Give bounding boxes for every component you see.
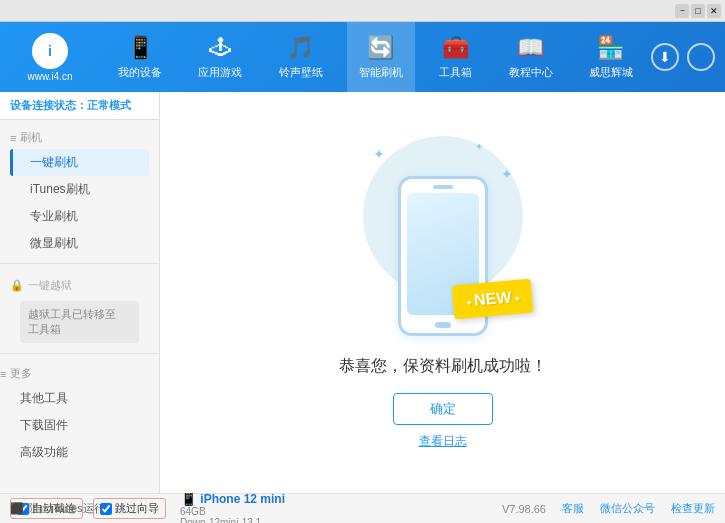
bottom-right: V7.98.66 客服 微信公众号 检查更新 xyxy=(502,501,715,516)
success-text: 恭喜您，保资料刷机成功啦！ xyxy=(339,356,547,377)
sidebar-item-wipe-flash[interactable]: 微显刷机 xyxy=(10,230,149,257)
section-title-jailbreak: 🔒 一键越狱 xyxy=(10,274,149,297)
nav-item-toolbox[interactable]: 🧰 工具箱 xyxy=(427,22,484,92)
game-icon: 🕹 xyxy=(209,35,231,61)
flash-icon: 🔄 xyxy=(367,35,394,61)
section-title-more: ≡ 更多 xyxy=(0,362,159,385)
sidebar: 设备连接状态：正常模式 ≡ 刷机 一键刷机 iTunes刷机 专业刷机 微显刷机 xyxy=(0,92,160,493)
pro-flash-label: 专业刷机 xyxy=(30,209,78,223)
nav-label-tutorial: 教程中心 xyxy=(509,65,553,80)
sparkle-3: ✦ xyxy=(475,141,483,152)
goto-log-link[interactable]: 查看日志 xyxy=(419,433,467,450)
main-layout: 设备连接状态：正常模式 ≡ 刷机 一键刷机 iTunes刷机 专业刷机 微显刷机 xyxy=(0,92,725,493)
new-badge: NEW xyxy=(452,278,534,319)
phone-icon: 📱 xyxy=(127,35,154,61)
check-update-link[interactable]: 检查更新 xyxy=(671,501,715,516)
jailbreak-notice-text: 越狱工具已转移至 工具箱 xyxy=(28,308,116,335)
nav-label-mall: 威思辉城 xyxy=(589,65,633,80)
device-status-bar: 设备连接状态：正常模式 xyxy=(0,92,159,120)
nav-right: ⬇ 👤 xyxy=(651,43,725,71)
maximize-button[interactable]: □ xyxy=(691,4,705,18)
sidebar-item-advanced[interactable]: 高级功能 xyxy=(0,439,159,466)
confirm-button[interactable]: 确定 xyxy=(393,393,493,425)
sidebar-section-flash: ≡ 刷机 一键刷机 iTunes刷机 专业刷机 微显刷机 xyxy=(0,120,159,259)
more-icon: ≡ xyxy=(0,368,6,380)
logo-text: www.i4.cn xyxy=(27,71,72,82)
divider-1 xyxy=(0,263,159,264)
section-label-jailbreak: 一键越狱 xyxy=(28,278,72,293)
close-button[interactable]: ✕ xyxy=(707,4,721,18)
logo-area[interactable]: i www.i4.cn xyxy=(0,22,100,92)
section-label-flash: 刷机 xyxy=(20,130,42,145)
phone-home xyxy=(435,322,451,328)
skip-guide-label: 跳过向导 xyxy=(115,501,159,516)
title-bar: － □ ✕ xyxy=(0,0,725,22)
sidebar-section-jailbreak: 🔒 一键越狱 越狱工具已转移至 工具箱 xyxy=(0,268,159,349)
nav-item-ringtone[interactable]: 🎵 铃声壁纸 xyxy=(267,22,335,92)
nav-label-app-game: 应用游戏 xyxy=(198,65,242,80)
content-area: ✦ ✦ ✦ NEW 恭喜您，保资料刷机成功啦！ 确定 查看日志 xyxy=(160,92,725,493)
phone-speaker xyxy=(433,185,453,189)
nav-label-toolbox: 工具箱 xyxy=(439,65,472,80)
store-icon: 🏪 xyxy=(597,35,624,61)
stop-icon: ⬛ xyxy=(10,502,24,515)
sidebar-item-other-tools[interactable]: 其他工具 xyxy=(0,385,159,412)
nav-item-mall[interactable]: 🏪 威思辉城 xyxy=(577,22,645,92)
music-icon: 🎵 xyxy=(287,35,314,61)
download-firm-label: 下载固件 xyxy=(20,418,68,432)
divider-2 xyxy=(0,353,159,354)
one-key-flash-label: 一键刷机 xyxy=(30,155,78,169)
other-tools-label: 其他工具 xyxy=(20,391,68,405)
section-title-flash: ≡ 刷机 xyxy=(10,126,149,149)
status-label: 设备连接状态： xyxy=(10,99,87,111)
status-value: 正常模式 xyxy=(87,99,131,111)
lock-icon: 🔒 xyxy=(10,279,24,292)
phone-illustration: ✦ ✦ ✦ NEW xyxy=(353,136,533,336)
nav-label-smart-flash: 智能刷机 xyxy=(359,65,403,80)
device-name: iPhone 12 mini xyxy=(200,492,285,506)
minimize-button[interactable]: － xyxy=(675,4,689,18)
device-storage: 64GB xyxy=(180,506,285,517)
nav-label-ringtone: 铃声壁纸 xyxy=(279,65,323,80)
wipe-flash-label: 微显刷机 xyxy=(30,236,78,250)
nav-label-my-device: 我的设备 xyxy=(118,65,162,80)
header: i www.i4.cn 📱 我的设备 🕹 应用游戏 🎵 铃声壁纸 🔄 智能刷机 … xyxy=(0,22,725,92)
book-icon: 📖 xyxy=(517,35,544,61)
section-icon-flash: ≡ xyxy=(10,132,16,144)
sidebar-item-one-key-flash[interactable]: 一键刷机 xyxy=(10,149,149,176)
user-button[interactable]: 👤 xyxy=(687,43,715,71)
nav-items: 📱 我的设备 🕹 应用游戏 🎵 铃声壁纸 🔄 智能刷机 🧰 工具箱 📖 教程中心… xyxy=(100,22,651,92)
itunes-flash-label: iTunes刷机 xyxy=(30,182,90,196)
sparkle-1: ✦ xyxy=(373,146,385,162)
customer-service-link[interactable]: 客服 xyxy=(562,501,584,516)
section-label-more: 更多 xyxy=(10,366,32,381)
itunes-status: ⬛ 阻止iTunes运行 xyxy=(10,501,105,516)
logo-icon: i xyxy=(32,33,68,69)
nav-item-app-game[interactable]: 🕹 应用游戏 xyxy=(186,22,254,92)
device-model: Down-12mini-13.1 xyxy=(180,517,285,524)
advanced-label: 高级功能 xyxy=(20,445,68,459)
sidebar-item-pro-flash[interactable]: 专业刷机 xyxy=(10,203,149,230)
device-info: 📱 iPhone 12 mini 64GB Down-12mini-13.1 xyxy=(180,490,285,524)
sidebar-item-itunes-flash[interactable]: iTunes刷机 xyxy=(10,176,149,203)
download-button[interactable]: ⬇ xyxy=(651,43,679,71)
version-text: V7.98.66 xyxy=(502,503,546,515)
sparkle-2: ✦ xyxy=(501,166,513,182)
nav-item-smart-flash[interactable]: 🔄 智能刷机 xyxy=(347,22,415,92)
toolbox-icon: 🧰 xyxy=(442,35,469,61)
bottom-bar: 自动截连 跳过向导 📱 iPhone 12 mini 64GB Down-12m… xyxy=(0,493,725,523)
nav-item-my-device[interactable]: 📱 我的设备 xyxy=(106,22,174,92)
jailbreak-notice: 越狱工具已转移至 工具箱 xyxy=(20,301,139,343)
sidebar-item-download-firm[interactable]: 下载固件 xyxy=(0,412,159,439)
wechat-link[interactable]: 微信公众号 xyxy=(600,501,655,516)
nav-item-tutorial[interactable]: 📖 教程中心 xyxy=(497,22,565,92)
itunes-status-text: 阻止iTunes运行 xyxy=(28,501,105,516)
sidebar-section-more: ≡ 更多 其他工具 下载固件 高级功能 xyxy=(0,358,159,470)
